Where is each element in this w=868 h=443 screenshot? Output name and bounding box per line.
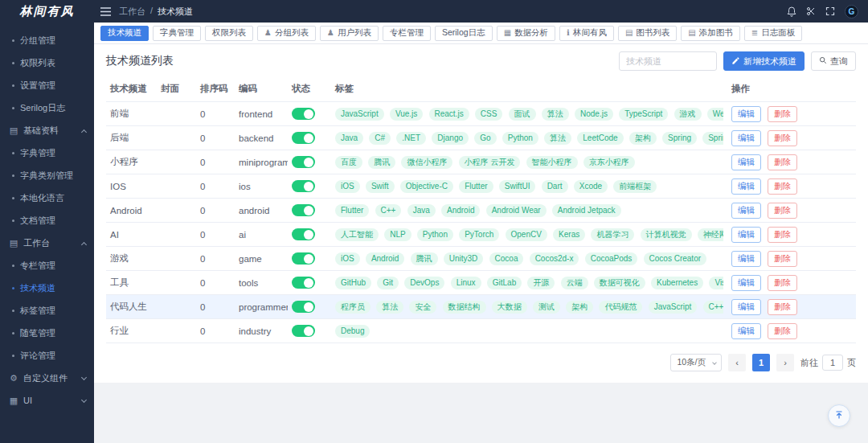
status-toggle[interactable] xyxy=(292,180,315,192)
table-row[interactable]: 后端 0 backend xyxy=(106,126,856,150)
edit-button[interactable]: 编辑 xyxy=(731,299,761,315)
tag: GitLab xyxy=(487,277,522,289)
tab[interactable]: ♟ 分组列表 xyxy=(257,26,316,41)
edit-button[interactable]: 编辑 xyxy=(731,275,761,291)
delete-button[interactable]: 删除 xyxy=(768,106,797,122)
tab[interactable]: ▦ 数据分析 xyxy=(497,26,555,41)
tab[interactable]: ♟ 用户列表 xyxy=(320,26,379,41)
edit-button[interactable]: 编辑 xyxy=(731,130,761,146)
sort-cell: 0 xyxy=(196,319,235,343)
status-toggle[interactable] xyxy=(292,132,315,144)
status-toggle[interactable] xyxy=(292,228,315,240)
sidebar-item[interactable]: 设置管理 xyxy=(0,74,94,96)
table-row[interactable]: 游戏 0 game xyxy=(106,247,856,271)
tag-list: iOS Android 腾讯 Unity3D Cocoa xyxy=(335,252,723,265)
app-window: 林间有风 分组管理 权限列表 设置管理 xyxy=(0,0,868,443)
add-channel-button[interactable]: 新增技术频道 xyxy=(723,51,805,71)
delete-button[interactable]: 删除 xyxy=(768,323,797,339)
tab[interactable]: ▤ 添加图书 xyxy=(681,26,739,41)
back-to-top-button[interactable] xyxy=(828,404,850,427)
edit-button[interactable]: 编辑 xyxy=(731,323,761,339)
delete-button[interactable]: 删除 xyxy=(768,275,797,291)
sidebar-item[interactable]: 分组管理 xyxy=(0,29,94,51)
table-row[interactable]: 行业 0 industry xyxy=(106,319,856,343)
delete-button[interactable]: 删除 xyxy=(768,154,797,170)
edit-button[interactable]: 编辑 xyxy=(731,154,761,170)
sidebar-item[interactable]: 本地化语言 xyxy=(0,187,94,209)
bullet-icon xyxy=(12,174,14,177)
table-row[interactable]: 代码人生 0 programmer xyxy=(106,295,856,319)
sidebar-item[interactable]: 专栏管理 xyxy=(0,254,94,277)
search-input[interactable] xyxy=(619,51,717,71)
tab[interactable]: 技术频道 xyxy=(100,26,149,41)
tab[interactable]: ℹ 林间有风 xyxy=(559,26,614,41)
table-row[interactable]: AI 0 ai xyxy=(106,223,856,247)
tab-label: 添加图书 xyxy=(699,27,733,39)
sidebar-item[interactable]: 随笔管理 xyxy=(0,322,94,344)
edit-button[interactable]: 编辑 xyxy=(731,227,761,243)
table-row[interactable]: 工具 0 tools xyxy=(106,271,856,295)
edit-button[interactable]: 编辑 xyxy=(731,178,761,195)
sidebar-item[interactable]: 标签管理 xyxy=(0,299,94,322)
chevron-down-icon xyxy=(712,360,717,365)
delete-button[interactable]: 删除 xyxy=(768,203,797,219)
sidebar-item-label: 字典管理 xyxy=(20,147,55,159)
tab[interactable]: 字典管理 xyxy=(153,26,201,41)
avatar[interactable]: G xyxy=(845,5,858,18)
tab[interactable]: ≣ 日志面板 xyxy=(744,26,802,41)
goto-page-input[interactable] xyxy=(822,355,843,371)
status-toggle[interactable] xyxy=(292,301,315,313)
status-toggle[interactable] xyxy=(292,325,315,337)
delete-button[interactable]: 删除 xyxy=(768,299,797,315)
sidebar-item[interactable]: 字典管理 xyxy=(0,142,94,164)
delete-button[interactable]: 删除 xyxy=(768,130,797,146)
table-row[interactable]: 小程序 0 miniprogram xyxy=(106,150,856,174)
status-toggle[interactable] xyxy=(292,204,315,216)
sidebar-group-header[interactable]: ⚙ 自定义组件 xyxy=(0,367,94,389)
tools-icon[interactable] xyxy=(806,6,816,16)
actions-cell: 编辑 删除 xyxy=(727,102,856,126)
table-row[interactable]: Android 0 android xyxy=(106,199,856,223)
tag: 云端 xyxy=(561,277,588,289)
edit-button[interactable]: 编辑 xyxy=(731,251,761,267)
sidebar-item[interactable]: 字典类别管理 xyxy=(0,164,94,187)
delete-button[interactable]: 删除 xyxy=(768,251,797,267)
topbar-left: 工作台 / 技术频道 xyxy=(100,6,193,18)
status-toggle[interactable] xyxy=(292,252,315,265)
status-toggle[interactable] xyxy=(292,156,315,168)
sidebar-item[interactable]: 技术频道 xyxy=(0,277,94,299)
tab[interactable]: ▤ 图书列表 xyxy=(618,26,677,41)
sidebar-item[interactable]: 评论管理 xyxy=(0,344,94,367)
status-toggle[interactable] xyxy=(292,277,315,289)
sidebar-group-header[interactable]: ▤ 基础资料 xyxy=(0,119,94,142)
sidebar: 林间有风 分组管理 权限列表 设置管理 xyxy=(0,0,94,443)
next-page-button[interactable]: › xyxy=(776,354,794,371)
page-size-select[interactable]: 10条/页 xyxy=(670,354,722,371)
sidebar-group-header[interactable]: ▤ 工作台 xyxy=(0,232,94,254)
breadcrumb-item[interactable]: 工作台 xyxy=(119,6,145,18)
edit-button[interactable]: 编辑 xyxy=(731,203,761,219)
tag: CocoaPods xyxy=(585,252,638,265)
prev-page-button[interactable]: ‹ xyxy=(728,354,746,371)
bell-icon[interactable] xyxy=(787,6,796,17)
edit-button[interactable]: 编辑 xyxy=(731,106,761,122)
query-button[interactable]: 查询 xyxy=(811,51,856,71)
status-cell xyxy=(288,126,331,150)
tab[interactable]: Serilog日志 xyxy=(435,26,493,41)
hamburger-icon[interactable] xyxy=(100,7,111,16)
sidebar-group-header[interactable]: ▦ UI xyxy=(0,389,94,412)
sidebar-item-label: 本地化语言 xyxy=(20,192,64,204)
sidebar-item[interactable]: 文档管理 xyxy=(0,209,94,232)
status-toggle[interactable] xyxy=(292,108,315,120)
delete-button[interactable]: 删除 xyxy=(768,227,797,243)
goto-page: 前往 页 xyxy=(800,355,856,371)
delete-button[interactable]: 删除 xyxy=(768,178,797,195)
table-row[interactable]: IOS 0 ios xyxy=(106,174,856,199)
page-number-button[interactable]: 1 xyxy=(752,354,770,371)
fullscreen-icon[interactable] xyxy=(825,6,835,16)
table-row[interactable]: 前端 0 frontend xyxy=(106,102,856,126)
sidebar-item[interactable]: 权限列表 xyxy=(0,51,94,74)
tab[interactable]: 专栏管理 xyxy=(383,26,431,41)
tab[interactable]: 权限列表 xyxy=(205,26,253,41)
sidebar-item[interactable]: Serilog日志 xyxy=(0,96,94,119)
